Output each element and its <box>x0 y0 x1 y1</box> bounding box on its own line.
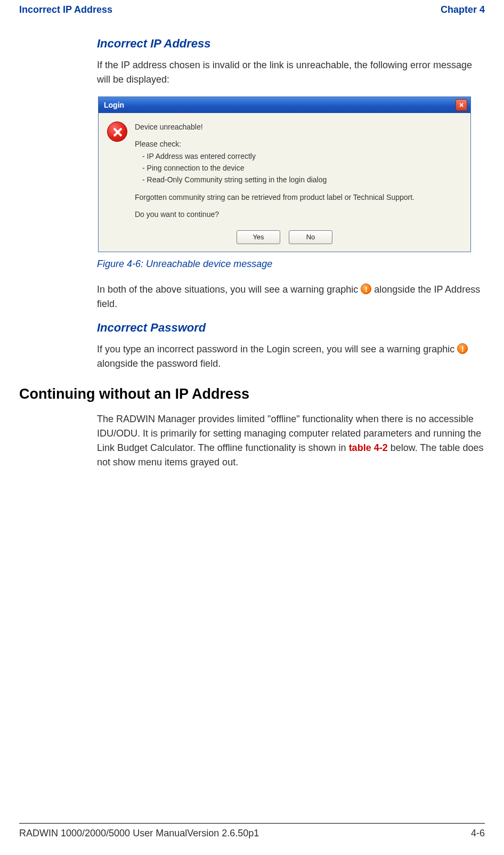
login-dialog: Login × Device unreachable! Please check… <box>98 96 471 252</box>
dialog-buttons: Yes No <box>99 227 470 252</box>
section-title-incorrect-ip: Incorrect IP Address <box>97 37 485 51</box>
no-button[interactable]: No <box>289 230 332 244</box>
table-ref-link[interactable]: table 4-2 <box>349 442 388 453</box>
footer-right: 4-6 <box>471 828 485 839</box>
para-warning-ip: In both of the above situations, you wil… <box>97 283 485 311</box>
section-title-incorrect-password: Incorrect Password <box>97 321 485 335</box>
dialog-titlebar: Login × <box>99 97 470 113</box>
dialog-check-1: - IP Address was entered correctly <box>142 151 414 163</box>
page-content: Incorrect IP Address If the IP address c… <box>19 37 485 470</box>
page-footer: RADWIN 1000/2000/5000 User ManualVersion… <box>19 823 485 839</box>
page-header: Incorrect IP Address Chapter 4 <box>19 4 485 15</box>
para-incorrect-ip: If the IP address chosen is invalid or t… <box>97 58 485 87</box>
para-incorrect-password-a: If you type an incorrect password in the… <box>97 344 457 354</box>
dialog-check-label: Please check: <box>135 139 414 150</box>
header-right: Chapter 4 <box>441 4 485 15</box>
dialog-continue: Do you want to continue? <box>135 209 414 221</box>
header-left: Incorrect IP Address <box>19 4 112 15</box>
close-icon[interactable]: × <box>456 99 467 111</box>
dialog-main-msg: Device unreachable! <box>135 122 414 133</box>
para-continuing: The RADWIN Manager provides limited "off… <box>97 412 485 470</box>
dialog-check-2: - Ping connection to the device <box>142 163 414 174</box>
footer-left: RADWIN 1000/2000/5000 User ManualVersion… <box>19 828 259 839</box>
dialog-check-3: - Read-Only Community string setting in … <box>142 174 414 186</box>
heading-continuing: Continuing without an IP Address <box>19 386 485 402</box>
dialog-text: Device unreachable! Please check: - IP A… <box>135 122 414 221</box>
para-incorrect-password: If you type an incorrect password in the… <box>97 342 485 371</box>
error-icon <box>107 122 127 221</box>
dialog-title-text: Login <box>104 101 124 109</box>
warning-icon <box>457 343 468 354</box>
warning-icon <box>361 284 371 294</box>
figure-caption: Figure 4-6: Unreachable device message <box>97 259 485 270</box>
dialog-forgot: Forgotten community string can be retrie… <box>135 192 414 204</box>
para-warning-ip-a: In both of the above situations, you wil… <box>97 284 361 295</box>
para-incorrect-password-b: alongside the password field. <box>97 358 221 369</box>
yes-button[interactable]: Yes <box>237 230 280 244</box>
dialog-body: Device unreachable! Please check: - IP A… <box>99 113 470 227</box>
